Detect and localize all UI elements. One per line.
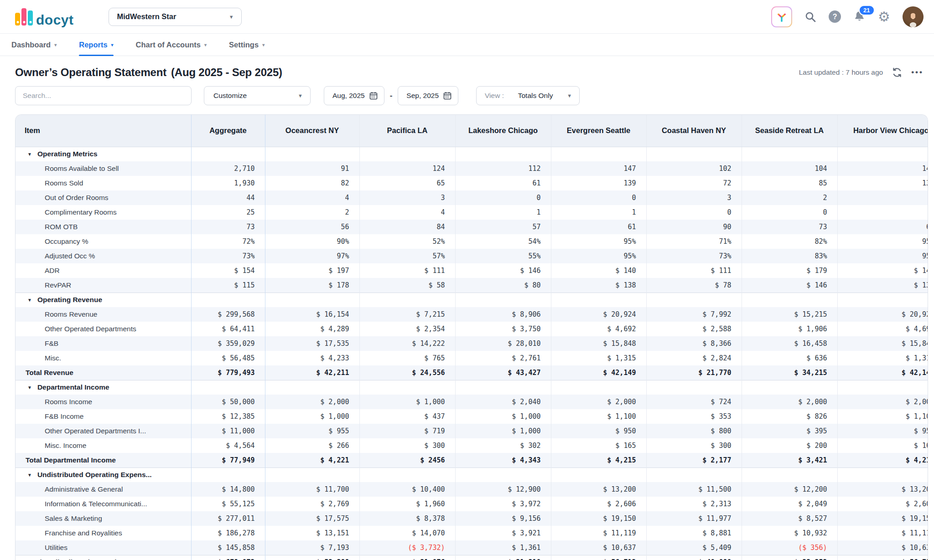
value-cell: $ 2,000 xyxy=(742,395,837,409)
value-cell: $ 56,485 xyxy=(191,351,265,365)
row-label-cell: Total Undistributed Operating Exp... xyxy=(16,555,191,560)
row-label: Misc. Income xyxy=(45,442,86,449)
table-row: Misc. Income$ 4,564$ 266$ 300$ 302$ 165$… xyxy=(16,438,928,453)
value-cell: $ 21,770 xyxy=(646,365,742,380)
table-row: Administrative & General$ 14,800$ 11,700… xyxy=(16,482,928,497)
refresh-icon xyxy=(891,67,903,78)
value-cell xyxy=(191,147,265,161)
nav-chart-of-accounts[interactable]: Chart of Accounts ▾ xyxy=(136,34,207,56)
settings-button[interactable]: ⚙ xyxy=(878,10,890,24)
value-cell: 2 xyxy=(265,205,359,220)
value-cell xyxy=(455,293,551,307)
section-row: ▼Operating Metrics xyxy=(16,147,928,161)
row-label-cell[interactable]: ▼Operating Revenue xyxy=(16,293,191,307)
value-cell: $ 2,606 xyxy=(837,497,928,511)
value-cell: $ 13,200 xyxy=(551,482,646,497)
value-cell: $ 8,881 xyxy=(646,526,742,540)
value-cell: ($ 3,732) xyxy=(359,540,455,555)
row-label-cell: Rooms Sold xyxy=(16,176,191,190)
row-label: Other Operated Departments I... xyxy=(45,427,146,435)
value-cell: $ 15,848 xyxy=(551,336,646,351)
value-cell: $ 302 xyxy=(455,438,551,453)
notifications-button[interactable]: 21 xyxy=(853,10,866,23)
section-row: ▼Operating Revenue xyxy=(16,293,928,307)
search-input[interactable] xyxy=(15,86,192,105)
nav-settings[interactable]: Settings ▾ xyxy=(229,34,265,56)
value-cell: $ 77,949 xyxy=(191,453,265,468)
table-row: Misc.$ 56,485$ 4,233$ 765$ 2,761$ 1,315$… xyxy=(16,351,928,365)
value-cell xyxy=(742,293,837,307)
docyt-ai-button[interactable] xyxy=(771,6,792,27)
row-label-cell: Total Revenue xyxy=(16,365,191,380)
collapse-caret-icon[interactable]: ▼ xyxy=(27,298,32,303)
value-cell: $ 43,427 xyxy=(455,365,551,380)
view-dropdown[interactable]: View : Totals Only ▼ xyxy=(476,86,580,105)
row-label: Operating Metrics xyxy=(37,150,98,158)
search-button[interactable] xyxy=(804,11,816,23)
user-avatar[interactable] xyxy=(903,6,924,27)
row-label-cell: RevPAR xyxy=(16,278,191,293)
nav-reports[interactable]: Reports ▾ xyxy=(79,34,113,56)
value-cell: $ 3,750 xyxy=(455,322,551,336)
workspace-selector[interactable]: MidWestern Star ▼ xyxy=(109,8,242,26)
value-cell xyxy=(646,468,742,482)
value-cell: $ 19,150 xyxy=(837,511,928,526)
row-label-cell[interactable]: ▼Operating Metrics xyxy=(16,147,191,161)
value-cell: $ 1,361 xyxy=(455,540,551,555)
value-cell: $ 4,692 xyxy=(551,322,646,336)
nav-dashboard[interactable]: Dashboard ▾ xyxy=(11,34,57,56)
value-cell: 65 xyxy=(359,176,455,190)
more-options-button[interactable]: ••• xyxy=(911,68,924,77)
value-cell: $ 138 xyxy=(837,278,928,293)
value-cell: $ 16,458 xyxy=(742,336,837,351)
value-cell: $ 2456 xyxy=(359,453,455,468)
value-cell xyxy=(455,468,551,482)
chevron-down-icon: ▾ xyxy=(111,42,114,47)
chevron-down-icon: ▾ xyxy=(204,42,207,47)
date-to-picker[interactable]: Sep, 2025 xyxy=(398,86,458,105)
value-cell: 1,930 xyxy=(191,176,265,190)
value-cell: $ 178 xyxy=(265,278,359,293)
collapse-caret-icon[interactable]: ▼ xyxy=(27,385,32,390)
row-label: Operating Revenue xyxy=(37,296,102,303)
value-cell: $ 40,080 xyxy=(646,555,742,560)
value-cell: $ 13,200 xyxy=(837,482,928,497)
row-label-cell: Sales & Marketing xyxy=(16,511,191,526)
refresh-button[interactable] xyxy=(891,67,903,78)
collapse-caret-icon[interactable]: ▼ xyxy=(27,473,32,478)
value-cell: $ 800 xyxy=(646,424,742,438)
row-label-cell: Out of Order Rooms xyxy=(16,190,191,205)
value-cell: $ 179 xyxy=(742,263,837,278)
main-nav: Dashboard ▾ Reports ▾ Chart of Accounts … xyxy=(0,34,934,56)
date-from-picker[interactable]: Aug, 2025 xyxy=(324,86,384,105)
value-cell: 112 xyxy=(455,161,551,176)
value-cell: $ 2,000 xyxy=(265,395,359,409)
value-cell: $ 12,200 xyxy=(742,482,837,497)
row-label-cell: Total Departmental Income xyxy=(16,453,191,468)
collapse-caret-icon[interactable]: ▼ xyxy=(27,152,32,157)
row-label: Total Undistributed Operating Exp... xyxy=(26,558,146,560)
customize-dropdown[interactable]: Customize ▼ xyxy=(204,86,311,105)
value-cell: 91 xyxy=(265,161,359,176)
value-cell: $ 138 xyxy=(551,278,646,293)
row-label-cell: Misc. Income xyxy=(16,438,191,453)
value-cell: $ 52,388 xyxy=(265,555,359,560)
table-row: Total Departmental Income$ 77,949$ 4,221… xyxy=(16,453,928,468)
row-label-cell[interactable]: ▼Departmental Income xyxy=(16,380,191,395)
row-label: ROM OTB xyxy=(45,223,78,231)
value-cell: $ 2,000 xyxy=(837,395,928,409)
row-label-cell: Rooms Available to Sell xyxy=(16,161,191,176)
value-cell: $ 16,154 xyxy=(265,307,359,322)
value-cell: $ 11,977 xyxy=(646,511,742,526)
value-cell: $ 165 xyxy=(551,438,646,453)
help-button[interactable]: ? xyxy=(829,10,841,23)
docyt-logo[interactable]: docyt xyxy=(15,8,74,26)
row-label: Departmental Income xyxy=(37,383,109,391)
value-cell: 0 xyxy=(742,205,837,220)
value-cell: $ 1,315 xyxy=(551,351,646,365)
section-row: ▼Undistributed Operating Expens... xyxy=(16,468,928,482)
value-cell xyxy=(551,293,646,307)
chevron-down-icon: ▾ xyxy=(54,42,57,47)
row-label-cell[interactable]: ▼Undistributed Operating Expens... xyxy=(16,468,191,482)
table-row: Occupancy %72%90%52%54%95%71%82%95% xyxy=(16,234,928,249)
